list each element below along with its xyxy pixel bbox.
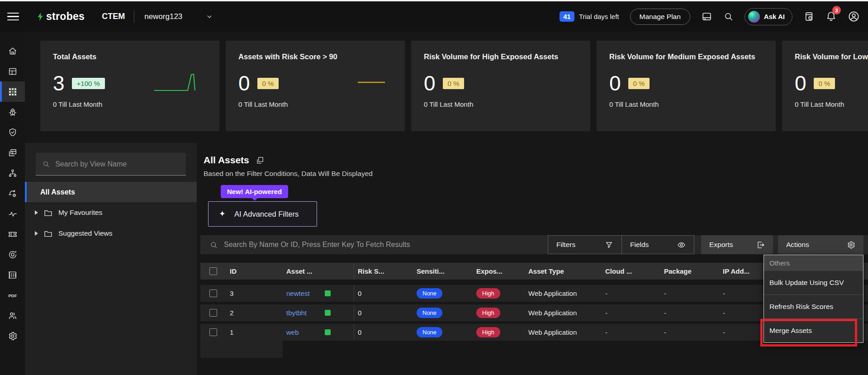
strobes-logo[interactable]: strobes xyxy=(35,10,85,23)
asset-search-input[interactable] xyxy=(224,241,528,249)
activity-pulse-icon xyxy=(8,209,18,219)
ai-advanced-filters-button[interactable]: AI Advanced Filters xyxy=(208,201,317,227)
folder-icon xyxy=(43,229,53,238)
stat-card: Risk Volume for Low Exposed Assets 0 0 %… xyxy=(782,41,868,131)
sidebar-item-shield-check[interactable] xyxy=(0,122,25,142)
sidebar-item-ticket[interactable] xyxy=(0,224,25,244)
sidebar-item-my-favourites[interactable]: My Favourites xyxy=(25,202,197,223)
column-header[interactable]: Sensiti... xyxy=(413,263,473,280)
ai-powered-badge: New! AI-powered xyxy=(221,185,288,198)
expand-view-icon[interactable] xyxy=(256,156,264,165)
pinned-columns-block xyxy=(200,341,283,358)
select-all-checkbox[interactable] xyxy=(209,267,217,275)
column-header[interactable]: Asset Type xyxy=(525,263,602,280)
stat-card-subtext: 0 Till Last Month xyxy=(795,100,868,108)
stat-card-value: 0 xyxy=(609,71,621,95)
view-search-box xyxy=(36,153,186,176)
page-title: All Assets xyxy=(204,155,249,166)
shield-check-icon xyxy=(8,128,18,138)
menu-group-label: Others xyxy=(764,255,863,271)
cell-package: - xyxy=(660,285,719,302)
cell-cloud: - xyxy=(602,324,660,341)
column-header[interactable]: Asset ... xyxy=(283,263,354,280)
sidebar-item-users[interactable] xyxy=(0,305,25,326)
sidebar-item-automation-sync[interactable] xyxy=(0,183,25,204)
export-icon xyxy=(756,241,765,249)
sensitivity-badge: None xyxy=(417,327,442,337)
users-icon xyxy=(8,311,18,321)
search-icon xyxy=(42,160,50,168)
fields-button[interactable]: Fields xyxy=(622,236,694,254)
column-header[interactable]: Risk S... xyxy=(354,263,413,280)
stat-card: Risk Volume for High Exposed Assets 0 0 … xyxy=(411,41,590,131)
actions-button[interactable]: Actions xyxy=(778,235,863,254)
sidebar-item-pdf-reports[interactable] xyxy=(0,285,25,305)
scan-compliance-icon xyxy=(8,250,18,260)
exports-button[interactable]: Exports xyxy=(701,235,773,254)
sidebar-item-settings[interactable] xyxy=(0,326,25,346)
home-icon xyxy=(8,46,18,56)
caret-right-icon[interactable] xyxy=(35,210,38,215)
stat-card-percent-badge: 0 % xyxy=(443,78,465,89)
asset-search-box xyxy=(200,241,548,249)
sidebar-item-home[interactable] xyxy=(0,41,25,61)
notifications[interactable]: 3 xyxy=(825,10,837,23)
kanban-board-icon xyxy=(8,270,18,280)
filters-button[interactable]: Filters xyxy=(548,236,622,254)
sidebar-item-scan-compliance[interactable] xyxy=(0,244,25,265)
sidebar-item-org-hierarchy[interactable] xyxy=(0,163,25,183)
org-name[interactable]: neworg123 xyxy=(144,12,182,21)
sensitivity-badge: None xyxy=(417,288,442,299)
product-tour-icon[interactable] xyxy=(803,11,815,22)
cell-asset-type: Web Application xyxy=(525,304,602,321)
column-header[interactable]: ID xyxy=(226,263,283,280)
sidebar-item-assets-grid[interactable] xyxy=(0,81,25,102)
asset-link[interactable]: newtest xyxy=(286,290,310,297)
row-checkbox[interactable] xyxy=(209,309,217,317)
stat-card-subtext: 0 Till Last Month xyxy=(424,100,578,108)
row-checkbox[interactable] xyxy=(209,290,217,297)
caret-right-icon[interactable] xyxy=(35,231,38,236)
folder-icon xyxy=(43,208,53,218)
cell-package: - xyxy=(660,324,719,341)
sidebar-item-applications[interactable] xyxy=(0,142,25,163)
views-panel: All Assets My Favourites Suggested Views xyxy=(25,143,197,375)
actions-menu-item[interactable]: Refresh Risk Scores xyxy=(764,294,863,318)
cell-risk-score: 0 xyxy=(354,285,413,302)
column-header[interactable]: Cloud ... xyxy=(602,263,660,280)
brand-name: strobes xyxy=(46,10,85,23)
asset-link[interactable]: web xyxy=(286,328,299,336)
notification-count-badge: 3 xyxy=(832,6,841,14)
account-icon[interactable] xyxy=(848,10,860,23)
search-icon[interactable] xyxy=(723,11,734,22)
assets-grid-icon xyxy=(8,87,18,97)
actions-menu-item[interactable]: Bulk Update Using CSV xyxy=(764,271,863,294)
sidebar-item-kanban-board[interactable] xyxy=(0,265,25,285)
sidebar-item-dashboard[interactable] xyxy=(0,61,25,81)
stat-card-percent-badge: 0 % xyxy=(814,78,835,89)
ask-ai-button[interactable]: Ask AI xyxy=(745,8,792,25)
manage-plan-button[interactable]: Manage Plan xyxy=(630,9,690,25)
sidebar-item-findings-bug[interactable] xyxy=(0,102,25,122)
bolt-icon xyxy=(35,11,45,22)
sidebar-item-activity-pulse[interactable] xyxy=(0,204,25,224)
sidebar-item-all-assets[interactable]: All Assets xyxy=(25,182,197,202)
stat-card-subtext: 0 Till Last Month xyxy=(53,100,207,108)
view-search-input[interactable] xyxy=(55,160,180,168)
row-checkbox[interactable] xyxy=(209,328,217,336)
column-header[interactable]: Package xyxy=(660,263,719,280)
stat-cards-row: Total Assets 3 +100 % 0 Till Last Month … xyxy=(25,32,868,143)
column-header[interactable]: Expos... xyxy=(473,263,525,280)
eye-icon xyxy=(677,241,686,249)
stat-card: Total Assets 3 +100 % 0 Till Last Month xyxy=(40,41,219,131)
trial-days-badge: 41 xyxy=(560,11,574,22)
sparkle-icon xyxy=(218,209,227,219)
stat-card: Risk Volume for Medium Exposed Assets 0 … xyxy=(597,41,776,131)
sidebar-item-suggested-views[interactable]: Suggested Views xyxy=(25,223,197,244)
billing-card-icon[interactable] xyxy=(701,11,712,22)
actions-menu-item-highlighted[interactable]: Merge Assets xyxy=(764,318,863,342)
hamburger-menu-icon[interactable] xyxy=(7,13,19,21)
asset-link[interactable]: tbytbht xyxy=(286,309,307,317)
org-chevron-down-icon[interactable] xyxy=(206,13,213,20)
settings-icon xyxy=(8,331,18,341)
